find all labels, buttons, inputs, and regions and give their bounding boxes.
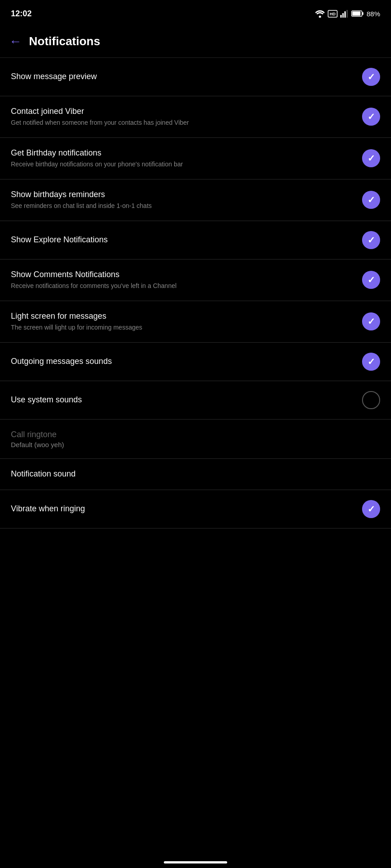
item-title-show-explore-notifications: Show Explore Notifications <box>11 235 355 245</box>
settings-item-show-message-preview[interactable]: Show message preview✓ <box>0 58 391 96</box>
checkmark-vibrate-when-ringing: ✓ <box>367 505 375 514</box>
item-subtitle-contact-joined-viber: Get notified when someone from your cont… <box>11 118 355 127</box>
item-subtitle-show-comments-notifications: Receive notifications for comments you'v… <box>11 282 355 291</box>
item-title-show-birthdays-reminders: Show birthdays reminders <box>11 189 355 200</box>
checkmark-contact-joined-viber: ✓ <box>367 112 375 121</box>
settings-item-use-system-sounds[interactable]: Use system sounds <box>0 381 391 420</box>
toggle-vibrate-when-ringing[interactable]: ✓ <box>362 500 380 518</box>
item-content-light-screen-for-messages: Light screen for messagesThe screen will… <box>11 311 362 332</box>
settings-item-notification-sound[interactable]: Notification sound <box>0 459 391 490</box>
toggle-outgoing-messages-sounds[interactable]: ✓ <box>362 353 380 371</box>
item-content-contact-joined-viber: Contact joined ViberGet notified when so… <box>11 106 362 127</box>
item-subtitle-get-birthday-notifications: Receive birthday notifications on your p… <box>11 160 355 169</box>
svg-rect-8 <box>362 12 363 15</box>
item-content-show-message-preview: Show message preview <box>11 71 362 82</box>
svg-rect-3 <box>340 15 342 18</box>
settings-item-light-screen-for-messages[interactable]: Light screen for messagesThe screen will… <box>0 301 391 343</box>
page-header: ← Notifications <box>0 25 391 58</box>
svg-rect-5 <box>344 11 346 18</box>
settings-item-vibrate-when-ringing[interactable]: Vibrate when ringing✓ <box>0 490 391 528</box>
settings-item-get-birthday-notifications[interactable]: Get Birthday notificationsReceive birthd… <box>0 138 391 179</box>
status-bar: 12:02 HD 88% <box>0 0 391 25</box>
item-title-contact-joined-viber: Contact joined Viber <box>11 106 355 117</box>
item-title-use-system-sounds: Use system sounds <box>11 395 355 405</box>
item-subtitle-show-birthdays-reminders: See reminders on chat list and inside 1-… <box>11 202 355 211</box>
item-content-outgoing-messages-sounds: Outgoing messages sounds <box>11 356 362 367</box>
item-title-show-message-preview: Show message preview <box>11 71 355 82</box>
toggle-show-birthdays-reminders[interactable]: ✓ <box>362 191 380 209</box>
checkmark-get-birthday-notifications: ✓ <box>367 154 375 163</box>
settings-item-call-ringtone[interactable]: Call ringtoneDefault (woo yeh) <box>0 420 391 459</box>
svg-rect-4 <box>342 13 343 18</box>
item-content-show-comments-notifications: Show Comments NotificationsReceive notif… <box>11 269 362 291</box>
item-content-show-explore-notifications: Show Explore Notifications <box>11 235 362 245</box>
battery-percentage: 88% <box>367 10 380 18</box>
settings-item-show-explore-notifications[interactable]: Show Explore Notifications✓ <box>0 221 391 259</box>
svg-rect-9 <box>352 12 360 16</box>
toggle-show-explore-notifications[interactable]: ✓ <box>362 231 380 249</box>
item-content-use-system-sounds: Use system sounds <box>11 395 362 405</box>
back-button[interactable]: ← <box>9 35 22 48</box>
signal-icon <box>340 10 348 18</box>
item-content-get-birthday-notifications: Get Birthday notificationsReceive birthd… <box>11 148 362 169</box>
toggle-show-comments-notifications[interactable]: ✓ <box>362 271 380 289</box>
item-title-outgoing-messages-sounds: Outgoing messages sounds <box>11 356 355 367</box>
home-indicator <box>164 861 227 863</box>
settings-item-show-comments-notifications[interactable]: Show Comments NotificationsReceive notif… <box>0 259 391 301</box>
settings-list: Show message preview✓Contact joined Vibe… <box>0 58 391 528</box>
hd-icon: HD <box>328 10 338 18</box>
item-content-show-birthdays-reminders: Show birthdays remindersSee reminders on… <box>11 189 362 211</box>
checkmark-outgoing-messages-sounds: ✓ <box>367 357 375 366</box>
item-title-show-comments-notifications: Show Comments Notifications <box>11 269 355 280</box>
status-time: 12:02 <box>11 9 32 19</box>
checkmark-show-message-preview: ✓ <box>367 72 375 81</box>
settings-item-show-birthdays-reminders[interactable]: Show birthdays remindersSee reminders on… <box>0 179 391 221</box>
svg-rect-6 <box>346 10 348 18</box>
item-title-get-birthday-notifications: Get Birthday notifications <box>11 148 355 158</box>
battery-icon <box>351 10 364 17</box>
item-title-notification-sound: Notification sound <box>11 469 373 479</box>
wifi-icon <box>315 10 325 18</box>
item-content-notification-sound: Notification sound <box>11 469 380 479</box>
svg-text:HD: HD <box>329 12 335 16</box>
page-title: Notifications <box>29 34 100 48</box>
toggle-show-message-preview[interactable]: ✓ <box>362 68 380 86</box>
status-icons: HD 88% <box>315 10 380 18</box>
toggle-get-birthday-notifications[interactable]: ✓ <box>362 149 380 167</box>
item-content-call-ringtone: Call ringtoneDefault (woo yeh) <box>11 429 380 448</box>
item-title-vibrate-when-ringing: Vibrate when ringing <box>11 504 355 514</box>
svg-point-0 <box>319 15 321 18</box>
toggle-use-system-sounds[interactable] <box>362 391 380 409</box>
settings-item-contact-joined-viber[interactable]: Contact joined ViberGet notified when so… <box>0 96 391 138</box>
settings-item-outgoing-messages-sounds[interactable]: Outgoing messages sounds✓ <box>0 343 391 381</box>
toggle-light-screen-for-messages[interactable]: ✓ <box>362 312 380 330</box>
item-title-call-ringtone: Call ringtone <box>11 429 373 440</box>
item-subtitle-light-screen-for-messages: The screen will light up for incoming me… <box>11 323 355 332</box>
checkmark-show-comments-notifications: ✓ <box>367 275 375 284</box>
checkmark-light-screen-for-messages: ✓ <box>367 317 375 326</box>
checkmark-show-explore-notifications: ✓ <box>367 236 375 245</box>
checkmark-show-birthdays-reminders: ✓ <box>367 195 375 204</box>
item-value-call-ringtone: Default (woo yeh) <box>11 441 373 448</box>
toggle-contact-joined-viber[interactable]: ✓ <box>362 108 380 126</box>
item-title-light-screen-for-messages: Light screen for messages <box>11 311 355 321</box>
item-content-vibrate-when-ringing: Vibrate when ringing <box>11 504 362 514</box>
